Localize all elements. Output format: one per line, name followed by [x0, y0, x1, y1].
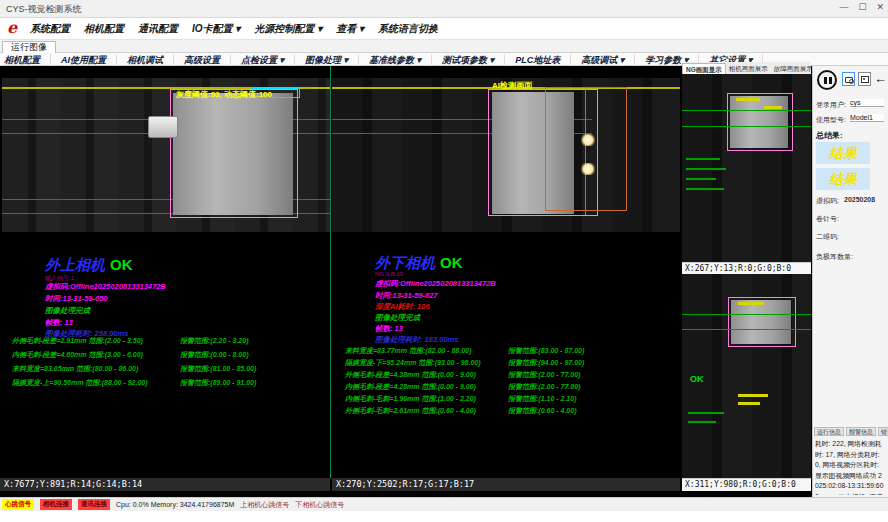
menu-item-comm-config[interactable]: 通讯配置 — [138, 22, 178, 36]
menu-item-system-config[interactable]: 系统配置 — [30, 22, 70, 36]
thumb-top-coords: X:267;Y:13;R:0;G:0;B:0 — [682, 262, 811, 274]
left-alarm-row: 报警范围:(89.00 - 91.00) — [180, 378, 256, 388]
thumb-top-text-marks — [686, 188, 724, 190]
thumb-bottom-ok: OK — [690, 374, 704, 384]
middle-ai-overlay: AI检测画面 — [492, 80, 532, 91]
maximize-icon[interactable]: ☐ — [858, 2, 866, 12]
model-label: 使用型号: — [816, 115, 846, 125]
tab-camera-display[interactable]: 相机画面展示 — [726, 63, 771, 74]
close-icon[interactable]: ✕ — [876, 2, 884, 12]
left-cursor-coords: X:7677;Y:891;R:14;G:14;B:14 — [0, 478, 330, 491]
tab-fault-display[interactable]: 故障画面展示 — [771, 63, 816, 74]
panel-divider — [330, 66, 331, 478]
result-indicator-1: 结果 — [816, 142, 870, 164]
back-arrow-icon[interactable]: ← — [874, 72, 887, 86]
left-frames-text: 帧数: 13 — [45, 318, 73, 328]
left-barcode-text: 虚拟码:Offline2025020813313472B — [45, 282, 166, 292]
tab-strip — [0, 40, 888, 53]
left-roi-box — [170, 89, 298, 218]
middle-measure-row: 来料宽度=83.77mm 范围:(82.00 - 88.00) — [345, 346, 471, 356]
menu-item-view[interactable]: 查看 ▾ — [336, 22, 364, 36]
app-window: CYS-视觉检测系统 — ☐ ✕ e 系统配置 相机配置 通讯配置 IO卡配置 … — [0, 0, 888, 522]
thumb-bottom-text-marks — [688, 421, 716, 423]
middle-time-text: 时间:13-31-59-627 — [375, 291, 438, 301]
heartbeat-badge: 心跳信号 — [2, 499, 34, 510]
minimize-icon[interactable]: — — [839, 2, 848, 12]
info-tabs: 运行信息 报警信息 错误信息 — [814, 427, 888, 436]
tab-ng-display[interactable]: NG画面显示 — [682, 63, 726, 74]
login-user-value[interactable]: cys — [850, 99, 884, 107]
window-title: CYS-视觉检测系统 — [6, 3, 82, 16]
menu-item-camera-config[interactable]: 相机配置 — [84, 22, 124, 36]
left-done-text: 图像处理完成 — [45, 306, 90, 316]
lower-camera-heartbeat-text: 下相机心跳信号 — [295, 500, 344, 510]
middle-roi-orange-box — [545, 87, 627, 211]
middle-barcode-text: 虚拟码:Offline2025020813313472B — [375, 279, 496, 289]
tab-count-label: 负极耳数量: — [816, 252, 853, 262]
tab-alarm-info[interactable]: 报警信息 — [846, 427, 876, 436]
thumb-bottom-text-marks — [738, 402, 760, 405]
virtual-code-label: 虚拟码: — [816, 196, 839, 206]
tab-error-info[interactable]: 错误信息 — [878, 427, 888, 436]
tab-run-image[interactable]: 运行图像 — [2, 41, 56, 53]
thumb-top-text-marks — [686, 168, 726, 170]
left-status-ok: OK — [110, 256, 133, 273]
thumb-bottom-label-marks — [738, 302, 764, 305]
thumb-top-label-marks — [764, 106, 782, 109]
total-result-label: 总结果: — [816, 130, 843, 141]
window-controls: — ☐ ✕ — [839, 2, 884, 12]
image-view-button[interactable] — [858, 72, 871, 86]
middle-purple-line — [585, 89, 586, 215]
middle-signal-text: NG:0,B:10 — [375, 271, 403, 277]
camera-view-button[interactable] — [842, 72, 855, 86]
left-measure-row: 内侧毛刺-段差=4.60mm 范围:(3.00 - 6.00) — [12, 350, 143, 360]
image-icon — [861, 76, 869, 83]
middle-alarm-row: 报警范围:(2.00 - 77.00) — [508, 382, 580, 392]
run-info-log[interactable]: 耗时: 222, 网络检测耗时: 17, 网络分类耗时: 0, 网络视频分区耗时… — [815, 439, 885, 495]
middle-cursor-coords: X:270;Y:2502;R:17;G:17;B:17 — [332, 478, 680, 491]
middle-ai-time-text: 深度AI耗时: 106 — [375, 302, 430, 312]
middle-measure-row: 内侧毛刺-毛刺=1.90mm 范围:(1.00 - 2.20) — [345, 394, 476, 404]
left-camera-title: 外上相机 — [45, 256, 105, 275]
middle-alarm-row: 报警范围:(1.10 - 2.10) — [508, 394, 576, 404]
display-mode-tabs: NG画面显示 相机画面展示 故障画面展示 — [682, 62, 811, 74]
left-alarm-row: 报警范围:(0.00 - 8.00) — [180, 350, 248, 360]
middle-process-time-text: 图像处理耗时: 183.00ms — [375, 335, 458, 345]
thumb-top-text-marks — [686, 178, 716, 180]
thumb-bottom-guide-line — [682, 314, 811, 315]
upper-camera-heartbeat-text: 上相机心跳信号 — [240, 500, 289, 510]
middle-alarm-row: 报警范围:(2.00 - 77.00) — [508, 370, 580, 380]
status-bar: 心跳信号 相机连接 通讯连接 Cpu: 0.0% Memory: 3424.41… — [0, 497, 888, 511]
comm-link-badge: 通讯连接 — [78, 499, 110, 510]
model-value[interactable]: Model1 — [850, 114, 884, 122]
thumb-top-text-marks — [686, 158, 720, 160]
menu-items: 系统配置 相机配置 通讯配置 IO卡配置 ▾ 光源控制配置 ▾ 查看 ▾ 系统语… — [30, 22, 438, 36]
menu-item-light-config[interactable]: 光源控制配置 ▾ — [254, 22, 322, 36]
middle-alarm-row: 报警范围:(94.00 - 97.00) — [508, 358, 584, 368]
left-connector-part — [148, 116, 178, 138]
middle-measure-row: 内侧毛刺-段差=4.28mm 范围:(0.00 - 9.00) — [345, 382, 476, 392]
thumb-bottom-coords: X:311;Y:980;R:0;G:0;B:0 — [682, 478, 811, 491]
middle-alarm-row: 报警范围:(0.60 - 4.00) — [508, 406, 576, 416]
middle-highlight-spot — [580, 134, 596, 146]
middle-measure-row: 隔膜宽度-下=95.24mm 范围:(93.00 - 98.00) — [345, 358, 481, 368]
thumb-bottom-text-marks — [688, 412, 724, 414]
left-alarm-row: 报警范围:(81.00 - 85.00) — [180, 364, 256, 374]
middle-measure-row: 外侧毛刺-段差=4.38mm 范围:(0.00 - 9.00) — [345, 370, 476, 380]
camera-icon — [845, 77, 853, 83]
camera-link-badge: 相机连接 — [40, 499, 72, 510]
middle-frames-text: 帧数: 13 — [375, 324, 403, 334]
thumb-top-roi-box — [727, 93, 793, 151]
middle-highlight-spot — [580, 163, 596, 175]
login-user-label: 登录用户: — [816, 100, 846, 110]
menu-item-io-config[interactable]: IO卡配置 ▾ — [192, 22, 240, 36]
middle-alarm-row: 报警范围:(83.00 - 87.00) — [508, 346, 584, 356]
pause-button[interactable] — [817, 70, 837, 90]
thumb-bottom-guide-line — [682, 329, 811, 330]
virtual-code-value: 20250208 — [844, 196, 875, 203]
tab-run-info[interactable]: 运行信息 — [814, 427, 844, 436]
thumb-top-guide-line — [682, 110, 811, 111]
menu-item-language-switch[interactable]: 系统语言切换 — [378, 22, 438, 36]
middle-status-ok: OK — [440, 254, 463, 271]
needle-number-label: 卷针号: — [816, 214, 839, 224]
